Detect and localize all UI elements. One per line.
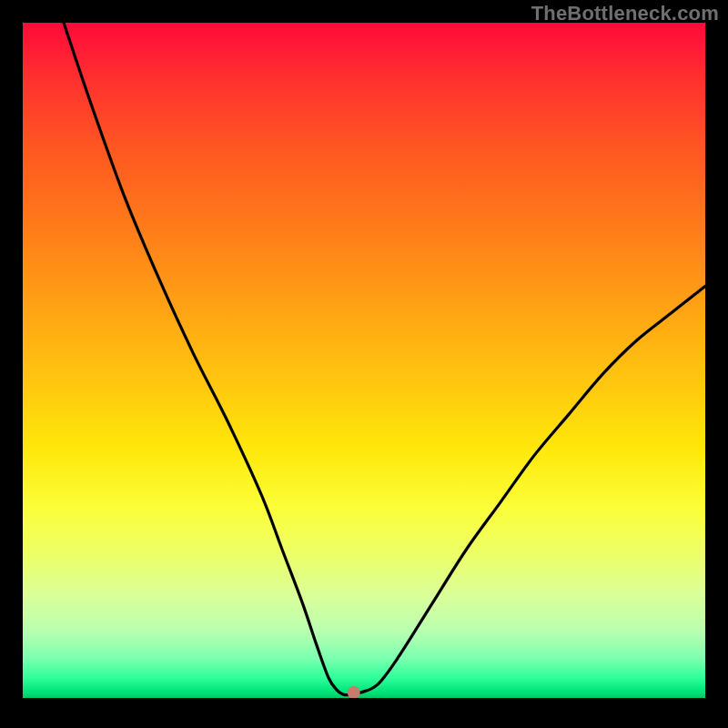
plot-area (23, 23, 705, 698)
watermark-label: TheBottleneck.com (531, 2, 719, 25)
chart-frame: TheBottleneck.com (0, 0, 728, 728)
bottleneck-curve (64, 23, 705, 695)
curve-svg (23, 23, 705, 698)
marker-dot (348, 686, 360, 698)
